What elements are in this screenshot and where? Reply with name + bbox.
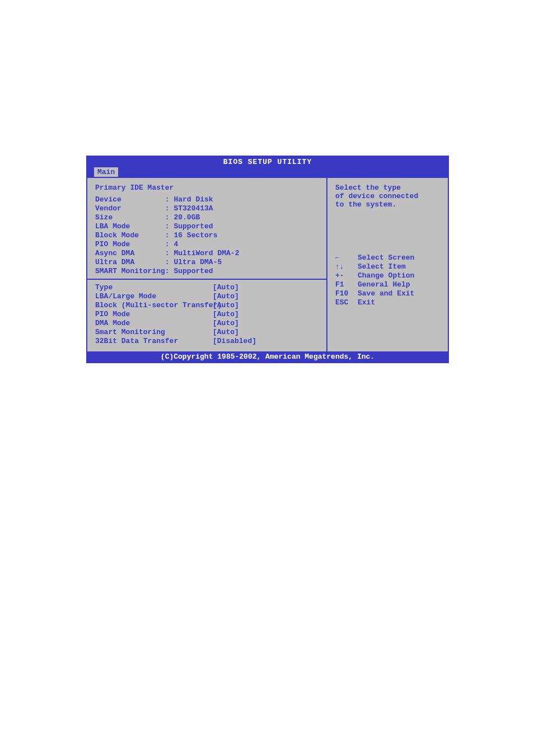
- key-save-exit: F10Save and Exit: [335, 289, 440, 298]
- main-tab[interactable]: Main: [94, 167, 118, 177]
- tab-row: Main: [87, 167, 448, 177]
- divider: [87, 279, 326, 280]
- option-smart-monitoring[interactable]: Smart Monitoring[Auto]: [95, 328, 318, 336]
- plusminus-icon: +-: [335, 271, 358, 280]
- left-panel: Primary IDE Master Device : Hard Disk Ve…: [87, 178, 327, 351]
- info-device: Device : Hard Disk: [95, 195, 318, 204]
- info-vendor: Vendor : ST320413A: [95, 204, 318, 213]
- info-async-dma: Async DMA : MultiWord DMA-2: [95, 249, 318, 257]
- key-select-screen: ←Select Screen: [335, 253, 440, 262]
- info-ultra-dma: Ultra DMA : Ultra DMA-5: [95, 258, 318, 266]
- key-change-option: +-Change Option: [335, 271, 440, 280]
- option-lba-large-mode[interactable]: LBA/Large Mode[Auto]: [95, 292, 318, 300]
- key-hints: ←Select Screen ↑↓Select Item +-Change Op…: [335, 253, 440, 307]
- option-pio-mode[interactable]: PIO Mode[Auto]: [95, 310, 318, 318]
- help-text: Select the type of device connected to t…: [335, 184, 440, 209]
- info-size: Size : 20.0GB: [95, 213, 318, 222]
- f10-key: F10: [335, 289, 358, 298]
- info-block-mode: Block Mode : 16 Sectors: [95, 231, 318, 240]
- info-pio-mode: PIO Mode : 4: [95, 240, 318, 248]
- option-block-transfer[interactable]: Block (Multi-sector Transfer)[Auto]: [95, 301, 318, 309]
- key-exit: ESCExit: [335, 298, 440, 307]
- options-block: Type[Auto] LBA/Large Mode[Auto] Block (M…: [95, 283, 318, 345]
- section-title: Primary IDE Master: [95, 184, 318, 192]
- device-info-block: Device : Hard Disk Vendor : ST320413A Si…: [95, 195, 318, 275]
- key-general-help: F1General Help: [335, 280, 440, 289]
- key-select-item: ↑↓Select Item: [335, 262, 440, 271]
- title-bar: BIOS SETUP UTILITY: [87, 157, 448, 167]
- right-panel: Select the type of device connected to t…: [327, 178, 448, 351]
- f1-key: F1: [335, 280, 358, 289]
- info-smart: SMART Monitoring: Supported: [95, 267, 318, 275]
- footer-bar: (C)Copyright 1985-2002, American Megatre…: [87, 351, 448, 362]
- main-area: Primary IDE Master Device : Hard Disk Ve…: [87, 177, 448, 351]
- option-dma-mode[interactable]: DMA Mode[Auto]: [95, 319, 318, 327]
- arrow-updown-icon: ↑↓: [335, 262, 358, 271]
- option-32bit-transfer[interactable]: 32Bit Data Transfer[Disabled]: [95, 337, 318, 345]
- info-lba-mode: LBA Mode : Supported: [95, 222, 318, 231]
- bios-window: BIOS SETUP UTILITY Main Primary IDE Mast…: [86, 156, 449, 363]
- option-type[interactable]: Type[Auto]: [95, 283, 318, 292]
- arrow-left-icon: ←: [335, 253, 358, 262]
- esc-key: ESC: [335, 298, 358, 307]
